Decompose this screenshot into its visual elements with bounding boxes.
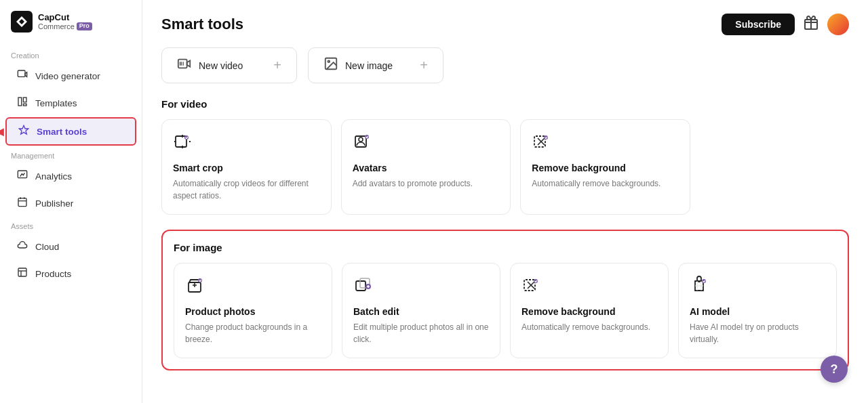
remove-bg-video-desc: Automatically remove backgrounds. [532, 177, 679, 190]
page-title: Smart tools [161, 16, 243, 33]
logo-main-text: CapCut [38, 13, 92, 22]
gift-icon-button[interactable] [803, 14, 819, 35]
ai-model-title: AI model [690, 306, 825, 317]
smart-crop-title: Smart crop [173, 163, 320, 173]
ai-model-desc: Have AI model try on products virtually. [690, 321, 825, 345]
svg-rect-22 [356, 281, 366, 291]
sidebar: CapCut Commerce Pro Creation Video gener… [0, 0, 142, 403]
product-photos-desc: Change product backgrounds in a breeze. [185, 321, 321, 345]
analytics-icon [16, 169, 28, 183]
new-image-plus-icon: + [420, 58, 428, 73]
sidebar-item-products[interactable]: Products [5, 261, 136, 287]
product-photos-card[interactable]: Product photos Change product background… [174, 263, 332, 358]
for-video-section: For video Smart crop Automatically crop … [161, 98, 849, 215]
quick-actions: New video + New image + [161, 47, 849, 83]
svg-point-16 [359, 137, 363, 142]
sidebar-item-publisher[interactable]: Publisher [5, 190, 136, 216]
remove-bg-video-card[interactable]: Remove background Automatically remove b… [520, 119, 690, 215]
sidebar-item-analytics[interactable]: Analytics [5, 163, 136, 189]
cloud-icon [16, 240, 28, 253]
section-label-creation: Creation [0, 46, 142, 62]
sidebar-item-label: Cloud [35, 242, 59, 252]
sidebar-item-label: Publisher [35, 198, 73, 209]
ai-model-icon [690, 276, 825, 299]
batch-edit-title: Batch edit [353, 306, 489, 317]
svg-rect-8 [18, 268, 26, 276]
products-icon [16, 267, 28, 280]
new-image-card[interactable]: New image + [308, 47, 443, 83]
svg-rect-4 [23, 98, 26, 102]
svg-rect-5 [23, 104, 26, 106]
smart-crop-card[interactable]: Smart crop Automatically crop videos for… [161, 119, 332, 215]
subscribe-button[interactable]: Subscribe [722, 14, 795, 35]
sidebar-item-label: Video generator [35, 71, 100, 81]
ai-model-card[interactable]: AI model Have AI model try on products v… [678, 263, 837, 358]
section-label-assets: Assets [0, 217, 142, 233]
arrow-annotation: ◄ [0, 124, 7, 140]
logo-text: CapCut Commerce Pro [38, 13, 92, 30]
product-photos-icon [185, 276, 321, 299]
avatars-card[interactable]: Avatars Add avatars to promote products. [341, 119, 511, 215]
app-logo: CapCut Commerce Pro [0, 11, 142, 46]
new-video-plus-icon: + [273, 58, 281, 73]
main-content: Smart tools Subscribe New video + [142, 0, 868, 403]
sidebar-item-label: Templates [35, 98, 77, 108]
product-photos-title: Product photos [185, 306, 321, 317]
svg-rect-25 [524, 280, 535, 291]
user-avatar[interactable] [827, 14, 849, 35]
smart-crop-desc: Automatically crop videos for different … [173, 177, 320, 202]
batch-edit-card[interactable]: Batch edit Edit multiple product photos … [342, 263, 500, 358]
logo-sub-text: Commerce Pro [38, 22, 92, 30]
video-generator-icon [16, 69, 28, 83]
sidebar-item-cloud[interactable]: Cloud [5, 234, 136, 259]
svg-point-12 [328, 60, 330, 62]
remove-bg-image-icon [521, 276, 657, 299]
main-header: Smart tools Subscribe [161, 14, 849, 35]
section-label-management: Management [0, 146, 142, 163]
sidebar-item-video-generator[interactable]: Video generator [5, 63, 136, 89]
templates-icon [16, 96, 28, 110]
gift-icon [803, 14, 819, 30]
avatars-desc: Add avatars to promote products. [353, 177, 500, 190]
new-video-icon [177, 56, 192, 75]
svg-rect-3 [18, 98, 22, 106]
svg-rect-7 [18, 198, 26, 207]
svg-rect-18 [534, 136, 545, 147]
sidebar-item-smart-tools[interactable]: Smart tools ◄ [5, 117, 136, 146]
new-image-icon [323, 56, 338, 75]
smart-tools-icon [18, 125, 30, 138]
header-actions: Subscribe [722, 14, 849, 35]
smart-crop-icon [173, 132, 320, 156]
help-bubble[interactable]: ? [821, 356, 848, 383]
image-tools-grid: Product photos Change product background… [174, 263, 837, 358]
remove-bg-video-icon [532, 132, 679, 156]
remove-bg-image-desc: Automatically remove backgrounds. [521, 321, 657, 333]
svg-rect-10 [178, 60, 187, 68]
new-image-label: New image [345, 60, 393, 71]
publisher-icon [16, 196, 28, 210]
sidebar-item-label: Smart tools [37, 127, 87, 137]
svg-rect-1 [18, 70, 25, 77]
sidebar-item-label: Analytics [35, 171, 72, 182]
remove-bg-image-card[interactable]: Remove background Automatically remove b… [510, 263, 669, 358]
capcut-logo-icon [11, 11, 33, 33]
svg-marker-2 [25, 72, 27, 77]
avatars-title: Avatars [353, 163, 500, 173]
remove-bg-image-title: Remove background [521, 306, 657, 317]
for-image-title: For image [174, 242, 837, 253]
for-image-section: For image Product photos Change product … [161, 230, 849, 370]
pro-badge: Pro [77, 22, 92, 30]
new-video-card[interactable]: New video + [161, 47, 297, 83]
batch-edit-icon [353, 276, 489, 299]
remove-bg-video-title: Remove background [532, 163, 679, 173]
video-tools-grid: Smart crop Automatically crop videos for… [161, 119, 690, 215]
sidebar-item-templates[interactable]: Templates [5, 90, 136, 116]
new-video-label: New video [199, 60, 243, 71]
batch-edit-desc: Edit multiple product photos all in one … [353, 321, 489, 345]
avatars-icon [353, 132, 500, 156]
sidebar-item-label: Products [35, 269, 71, 279]
for-video-title: For video [161, 98, 849, 110]
